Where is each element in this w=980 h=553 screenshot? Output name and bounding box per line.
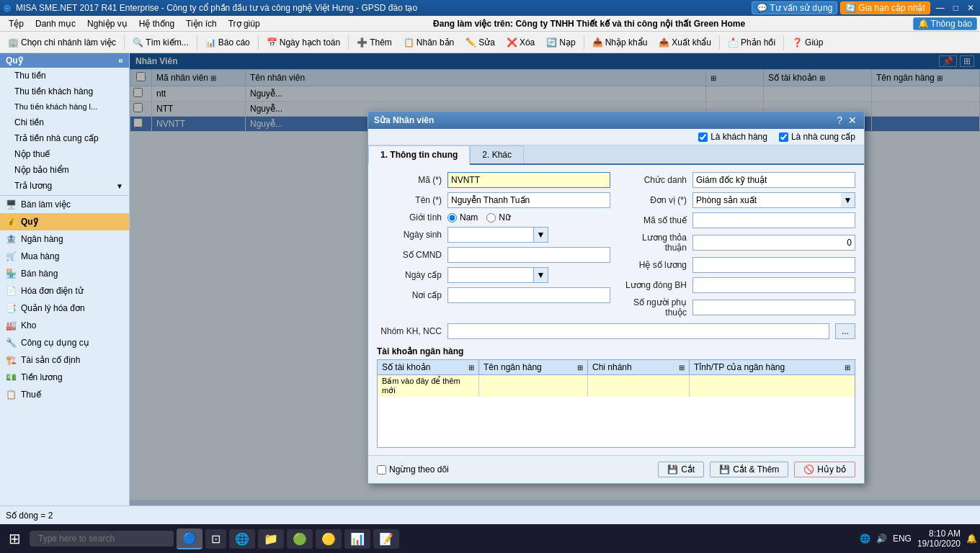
bank-col-tennh-resize[interactable]: ⊞ [577, 364, 583, 372]
tab-thong-tin-chung[interactable]: 1. Thông tin chung [368, 145, 470, 165]
tab-khac[interactable]: 2. Khác [470, 145, 524, 163]
sidebar-item-kho[interactable]: 🏭 Kho [0, 317, 129, 334]
bank-row-placeholder[interactable]: Bấm vào đây để thêm mới [378, 375, 855, 397]
bank-col-sotk-resize[interactable]: ⊞ [468, 364, 474, 372]
radio-nu-input[interactable] [486, 213, 496, 222]
don-vi-input[interactable] [692, 192, 855, 208]
chuc-danh-input[interactable] [692, 172, 855, 188]
so-nguoi-phu-thuoc-input[interactable] [692, 300, 855, 315]
toolbar-sep7 [783, 35, 784, 50]
radio-nam-input[interactable] [447, 213, 457, 222]
sidebar-item-tra-luong[interactable]: Trả lương ▼ [0, 178, 129, 194]
ma-input[interactable] [447, 172, 610, 188]
sidebar-item-nop-bao-hiem[interactable]: Nộp bảo hiểm [0, 162, 129, 178]
la-khach-hang-checkbox[interactable] [698, 132, 708, 142]
luong-thoa-thuan-input[interactable] [692, 235, 855, 251]
luong-dong-bh-input[interactable] [692, 277, 855, 293]
windows-search-input[interactable] [30, 531, 174, 547]
cat-button[interactable]: 💾 Cắt [658, 462, 704, 477]
ma-so-thue-input[interactable] [692, 212, 855, 228]
menu-trogiup[interactable]: Trợ giúp [223, 17, 266, 30]
close-btn[interactable]: ✕ [964, 3, 977, 13]
minimize-btn[interactable]: — [933, 3, 948, 13]
toolbar-sua[interactable]: ✏️ Sửa [460, 35, 500, 50]
toolbar-xoa[interactable]: ❌ Xóa [502, 35, 540, 50]
noi-cap-input[interactable] [447, 287, 610, 303]
radio-nu[interactable]: Nữ [486, 212, 511, 222]
save-icon: 💾 [667, 464, 678, 475]
app-title: MISA SME.NET 2017 R41 Enterprise - Công … [16, 3, 417, 13]
modal-help-btn[interactable]: ? [835, 114, 844, 126]
sidebar-item-chi-tien[interactable]: Chi tiền [0, 114, 129, 130]
win-app-chrome[interactable]: 🟢 [287, 529, 313, 549]
he-so-luong-input[interactable] [692, 257, 855, 273]
windows-start-btn[interactable]: ⊞ [3, 530, 27, 547]
toolbar-xuatkhau[interactable]: 📤 Xuất khẩu [654, 35, 716, 50]
so-cmnd-input[interactable] [447, 247, 610, 263]
sidebar-item-thu-tien-kh[interactable]: Thu tiền khách hàng [0, 84, 129, 99]
toolbar-giup[interactable]: ❓ Giúp [787, 35, 828, 50]
toolbar-nhanban[interactable]: 📋 Nhân bản [398, 35, 459, 50]
ten-input[interactable] [447, 192, 610, 208]
win-app-taskview[interactable]: ⊡ [205, 529, 226, 549]
toolbar-them[interactable]: ➕ Thêm [352, 35, 397, 50]
menubar: Tệp Danh mục Nghiệp vụ Hệ thống Tiện ích… [0, 16, 980, 32]
sidebar-item-tra-tien-ncc[interactable]: Trả tiền nhà cung cấp [0, 130, 129, 146]
sidebar-item-ban-lam-viec[interactable]: 🖥️ Bàn làm việc [0, 196, 129, 213]
ngay-cap-calendar-btn[interactable]: ▼ [534, 267, 548, 283]
win-app-edge[interactable]: 🌐 [229, 529, 255, 549]
giahancanhat-btn[interactable]: 🔄 Gia hạn cập nhật [840, 1, 930, 14]
win-app-misa[interactable]: 🔵 [177, 529, 202, 549]
huy-bo-button[interactable]: 🚫 Hủy bỏ [794, 462, 855, 477]
bank-col-tinh-resize[interactable]: ⊞ [845, 364, 850, 372]
la-nha-cung-cap-checkbox[interactable] [779, 132, 788, 142]
radio-nam[interactable]: Nam [447, 212, 478, 222]
menu-tep[interactable]: Tệp [3, 17, 30, 30]
menu-nghiepvu[interactable]: Nghiệp vụ [81, 17, 133, 30]
don-vi-dropdown-btn[interactable]: ▼ [841, 192, 855, 208]
sidebar-item-ban-hang[interactable]: 🏪 Bán hàng [0, 265, 129, 282]
notification-icon[interactable]: 🔔 [966, 534, 977, 544]
nhom-kh-ncc-input[interactable] [447, 323, 829, 339]
sidebar-item-thue[interactable]: 📋 Thuế [0, 386, 129, 403]
thongbao-btn[interactable]: 🔔 Thông báo [913, 17, 977, 30]
ngay-sinh-calendar-btn[interactable]: ▼ [534, 227, 548, 243]
toolbar-baocao[interactable]: 📊 Báo cáo [200, 35, 255, 50]
ngay-cap-input[interactable] [447, 267, 534, 283]
sidebar-item-thu-tien[interactable]: Thu tiền [0, 68, 129, 84]
shopping-icon: 🛒 [6, 251, 17, 261]
sidebar-item-ngan-hang[interactable]: 🏦 Ngân hàng [0, 230, 129, 248]
ngung-theo-doi-checkbox[interactable] [377, 465, 386, 475]
sidebar-item-tien-luong[interactable]: 💵 Tiền lương [0, 369, 129, 386]
win-app-app2[interactable]: 🟡 [316, 529, 342, 549]
win-app-explorer[interactable]: 📁 [258, 529, 284, 549]
toolbar-chon-chinhanh[interactable]: 🏢 Chọn chi nhánh làm việc [3, 35, 121, 50]
nhom-kh-ncc-browse-btn[interactable]: ... [835, 323, 855, 339]
sidebar-item-tai-san-co-dinh[interactable]: 🏗️ Tài sản cố định [0, 351, 129, 369]
sidebar-item-mua-hang[interactable]: 🛒 Mua hàng [0, 248, 129, 265]
modal-title: Sửa Nhân viên [374, 115, 434, 125]
sidebar-item-nop-thue[interactable]: Nộp thuế [0, 146, 129, 162]
win-app-word[interactable]: 📝 [373, 529, 399, 549]
toolbar-timkiem[interactable]: 🔍 Tìm kiếm... [128, 35, 194, 50]
sidebar-item-thu-tien-khl[interactable]: Thu tiền khách hàng l... [0, 99, 129, 114]
toolbar-nhapkhau[interactable]: 📥 Nhập khẩu [587, 35, 653, 50]
sidebar-collapse-btn[interactable]: « [118, 55, 123, 66]
sidebar-item-quan-ly-hoa-don[interactable]: 📑 Quản lý hóa đơn [0, 300, 129, 317]
sidebar-item-cong-cu-dung-cu[interactable]: 🔧 Công cụ dụng cụ [0, 334, 129, 351]
sidebar-item-hoa-don-dien-tu[interactable]: 📄 Hóa đơn điện tử [0, 282, 129, 300]
toolbar-phanhoi[interactable]: 📩 Phản hồi [723, 35, 780, 50]
maximize-btn[interactable]: □ [950, 3, 961, 13]
bank-col-chinhanh-resize[interactable]: ⊞ [679, 364, 685, 372]
win-app-excel[interactable]: 📊 [344, 529, 370, 549]
menu-tienich[interactable]: Tiện ích [180, 17, 223, 30]
tuvansudung-btn[interactable]: 💬 Tư vấn sử dụng [752, 1, 837, 14]
modal-close-btn[interactable]: ✕ [847, 114, 858, 126]
toolbar-ngayhachtoan[interactable]: 📅 Ngày hạch toán [262, 35, 345, 50]
sidebar-item-quy[interactable]: 💰 Quỹ [0, 213, 129, 230]
cat-them-button[interactable]: 💾 Cắt & Thêm [710, 462, 788, 477]
ngay-sinh-input[interactable] [447, 227, 534, 243]
menu-hethong[interactable]: Hệ thống [133, 17, 180, 30]
toolbar-nap[interactable]: 🔄 Nạp [541, 35, 580, 50]
menu-danhmuc[interactable]: Danh mục [30, 17, 81, 30]
